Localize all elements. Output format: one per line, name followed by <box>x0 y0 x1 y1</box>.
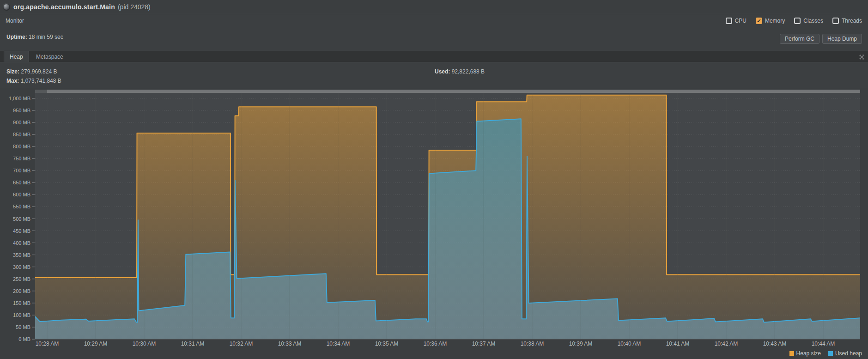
cpu-checkbox-box[interactable] <box>726 18 732 24</box>
svg-text:10:30 AM: 10:30 AM <box>133 341 156 347</box>
title-bar: org.apache.accumulo.start.Main (pid 2402… <box>0 0 868 14</box>
max-metric: Max: 1,073,741,848 B <box>6 78 61 84</box>
svg-text:850 MB: 850 MB <box>13 132 30 137</box>
size-label: Size: <box>6 68 19 75</box>
checkbox-classes[interactable]: Classes <box>794 18 823 24</box>
svg-text:10:35 AM: 10:35 AM <box>375 341 399 347</box>
svg-text:200 MB: 200 MB <box>13 288 30 294</box>
classes-checkbox-label: Classes <box>803 18 823 24</box>
svg-text:700 MB: 700 MB <box>13 168 30 173</box>
svg-text:400 MB: 400 MB <box>13 240 30 246</box>
max-label: Max: <box>6 78 19 84</box>
legend-swatch <box>828 351 833 356</box>
classes-checkbox-box[interactable] <box>794 18 801 24</box>
legend-swatch <box>789 351 794 356</box>
pid-label: (pid 24028) <box>118 3 151 11</box>
svg-text:10:28 AM: 10:28 AM <box>36 341 59 347</box>
svg-text:10:33 AM: 10:33 AM <box>278 341 302 347</box>
memory-checkbox-label: Memory <box>765 18 785 24</box>
chart-legend: Heap sizeUsed heap <box>789 350 862 357</box>
tab-metaspace[interactable]: Metaspace <box>30 51 69 62</box>
svg-text:750 MB: 750 MB <box>13 156 30 161</box>
used-value: 92,822,688 B <box>452 68 485 75</box>
svg-text:10:29 AM: 10:29 AM <box>84 341 108 347</box>
max-value: 1,073,741,848 B <box>21 78 61 84</box>
metric-toggles: CPU ✔ Memory Classes Threads <box>726 14 862 27</box>
svg-text:10:31 AM: 10:31 AM <box>181 341 205 347</box>
perform-gc-button[interactable]: Perform GC <box>780 34 819 44</box>
application-window: { "window": { "title": "org.apache.accum… <box>0 0 868 359</box>
checkbox-cpu[interactable]: CPU <box>726 18 747 24</box>
svg-text:450 MB: 450 MB <box>13 228 30 234</box>
size-metric: Size: 279,969,824 B <box>6 68 57 75</box>
heap-chart: 0 MB50 MB100 MB150 MB200 MB250 MB300 MB3… <box>0 88 868 359</box>
app-sphere-icon <box>3 3 10 11</box>
svg-text:250 MB: 250 MB <box>13 276 30 282</box>
svg-text:900 MB: 900 MB <box>13 120 30 125</box>
svg-text:10:38 AM: 10:38 AM <box>521 341 544 347</box>
used-label: Used: <box>435 68 450 75</box>
action-buttons: Perform GC Heap Dump <box>780 34 862 44</box>
svg-text:350 MB: 350 MB <box>13 252 30 258</box>
svg-text:300 MB: 300 MB <box>13 264 30 270</box>
legend-label: Used heap <box>835 350 862 357</box>
memory-checkbox-box[interactable]: ✔ <box>756 18 762 24</box>
svg-text:800 MB: 800 MB <box>13 144 30 149</box>
heap-tab-bar: Heap Metaspace <box>0 51 868 62</box>
tab-monitor[interactable]: Monitor <box>6 18 24 24</box>
svg-text:10:44 AM: 10:44 AM <box>812 341 835 347</box>
page-title: org.apache.accumulo.start.Main <box>13 3 115 11</box>
svg-text:0 MB: 0 MB <box>18 336 30 342</box>
svg-text:10:37 AM: 10:37 AM <box>472 341 496 347</box>
svg-text:50 MB: 50 MB <box>16 324 30 330</box>
uptime-label: Uptime: <box>6 34 27 40</box>
cpu-checkbox-label: CPU <box>735 18 747 24</box>
tab-heap[interactable]: Heap <box>4 51 29 62</box>
svg-text:10:34 AM: 10:34 AM <box>327 341 350 347</box>
status-row: Uptime: 18 min 59 sec Perform GC Heap Du… <box>0 27 868 51</box>
heap-chart-svg: 0 MB50 MB100 MB150 MB200 MB250 MB300 MB3… <box>0 88 868 359</box>
svg-text:550 MB: 550 MB <box>13 204 30 209</box>
svg-text:10:39 AM: 10:39 AM <box>569 341 593 347</box>
svg-text:10:40 AM: 10:40 AM <box>618 341 641 347</box>
legend-item-heap-size: Heap size <box>789 350 821 357</box>
legend-item-used-heap: Used heap <box>828 350 862 357</box>
svg-text:950 MB: 950 MB <box>13 108 30 113</box>
svg-text:10:41 AM: 10:41 AM <box>666 341 690 347</box>
uptime: Uptime: 18 min 59 sec <box>6 34 63 40</box>
collapse-panel-icon[interactable] <box>859 55 864 60</box>
threads-checkbox-box[interactable] <box>832 18 839 24</box>
svg-text:150 MB: 150 MB <box>13 300 30 306</box>
used-metric: Used: 92,822,688 B <box>435 68 485 75</box>
monitor-bar: Monitor CPU ✔ Memory Classes Threads <box>0 14 868 27</box>
threads-checkbox-label: Threads <box>842 18 862 24</box>
svg-text:600 MB: 600 MB <box>13 192 30 197</box>
svg-text:1,000 MB: 1,000 MB <box>9 96 30 101</box>
svg-text:650 MB: 650 MB <box>13 180 30 185</box>
uptime-value: 18 min 59 sec <box>29 34 63 40</box>
svg-text:10:36 AM: 10:36 AM <box>424 341 447 347</box>
heap-dump-button[interactable]: Heap Dump <box>822 34 862 44</box>
size-value: 279,969,824 B <box>21 68 57 75</box>
checkbox-memory[interactable]: ✔ Memory <box>756 18 785 24</box>
svg-text:100 MB: 100 MB <box>13 312 30 318</box>
svg-text:10:32 AM: 10:32 AM <box>230 341 253 347</box>
svg-text:500 MB: 500 MB <box>13 216 30 222</box>
svg-text:10:42 AM: 10:42 AM <box>715 341 738 347</box>
checkbox-threads[interactable]: Threads <box>832 18 862 24</box>
legend-label: Heap size <box>796 350 821 357</box>
svg-text:10:43 AM: 10:43 AM <box>763 341 787 347</box>
